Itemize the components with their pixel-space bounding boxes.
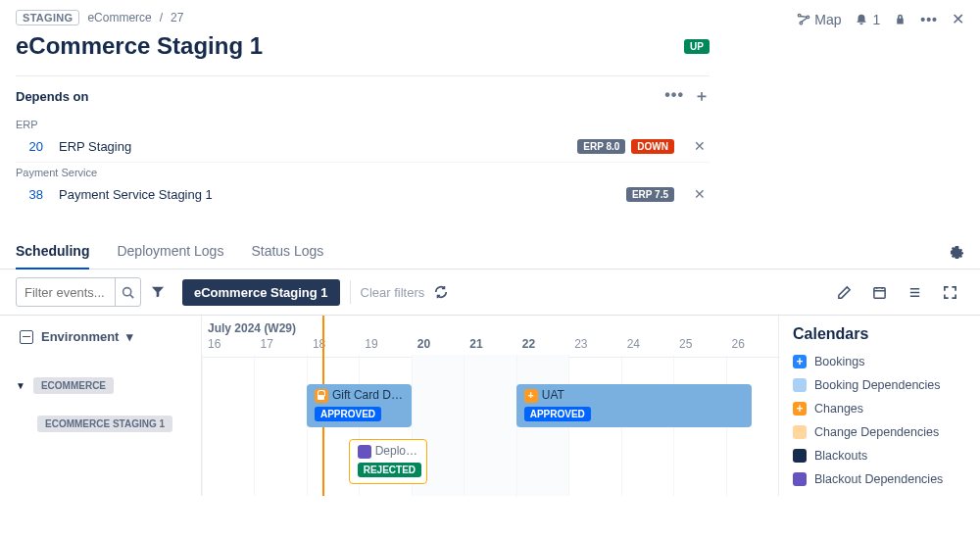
- env-group[interactable]: ECOMMERCE: [33, 377, 114, 394]
- remove-dep-button[interactable]: ✕: [690, 138, 710, 154]
- calendar-color-icon: [793, 425, 807, 439]
- tab-status-logs[interactable]: Status Logs: [251, 235, 323, 269]
- calendar-color-icon: [793, 378, 807, 392]
- event-uat[interactable]: +UATAPPROVED: [516, 384, 753, 427]
- dep-tag: ERP 7.5: [626, 187, 674, 202]
- calendar-label: Changes: [814, 402, 863, 416]
- event-status: APPROVED: [315, 407, 381, 421]
- calendar-item[interactable]: Blackout Dependencies: [793, 472, 960, 486]
- remove-dep-button[interactable]: ✕: [690, 186, 710, 202]
- edit-button[interactable]: [837, 285, 858, 300]
- group-toggle[interactable]: ▼: [16, 380, 25, 391]
- collapse-icon[interactable]: [20, 330, 33, 344]
- notifications-button[interactable]: 1: [855, 12, 880, 27]
- map-label: Map: [814, 12, 841, 27]
- dep-name[interactable]: ERP Staging: [59, 139, 562, 154]
- dependency-row[interactable]: 38Payment Service Staging 1ERP 7.5✕: [16, 178, 710, 210]
- filter-chip[interactable]: eCommerce Staging 1: [182, 279, 340, 306]
- map-icon: [797, 13, 810, 26]
- page-title: eCommerce Staging 1: [16, 32, 263, 60]
- refresh-button[interactable]: [434, 285, 456, 299]
- event-title: Gift Card Demo: [332, 388, 404, 402]
- chevron-down-icon[interactable]: ▾: [126, 329, 133, 344]
- fullscreen-button[interactable]: [943, 285, 964, 300]
- svg-point-3: [123, 287, 131, 295]
- clear-filters: Clear filters: [361, 285, 425, 300]
- depends-on-title: Depends on: [16, 89, 88, 104]
- search-button[interactable]: [115, 278, 140, 306]
- calendar-item[interactable]: +Bookings: [793, 355, 960, 368]
- event-status: REJECTED: [358, 463, 421, 477]
- calendar-item[interactable]: Change Dependencies: [793, 425, 960, 439]
- event-deployment[interactable]: DeploymentREJECTED: [349, 439, 427, 484]
- day-header: 26: [726, 337, 778, 357]
- depends-more-button[interactable]: •••: [664, 86, 684, 107]
- more-button[interactable]: •••: [920, 12, 938, 27]
- day-header: 22: [516, 337, 568, 357]
- day-header: 21: [464, 337, 515, 357]
- calendar-icon: [872, 285, 887, 300]
- event-title: UAT: [542, 388, 564, 402]
- breadcrumb-parent[interactable]: eCommerce: [87, 11, 151, 24]
- day-header: 25: [673, 337, 725, 357]
- staging-badge: STAGING: [16, 10, 79, 25]
- search-icon: [122, 286, 134, 299]
- filter-icon: [151, 285, 165, 299]
- dep-id[interactable]: 20: [16, 139, 43, 154]
- dep-group-label: Payment Service: [16, 167, 710, 178]
- calendar-item[interactable]: +Changes: [793, 402, 960, 416]
- fullscreen-icon: [943, 285, 957, 300]
- calendar-color-icon: [793, 449, 807, 463]
- dep-tag: DOWN: [631, 139, 674, 154]
- event-status: APPROVED: [524, 407, 591, 421]
- settings-button[interactable]: [950, 245, 964, 260]
- dep-name[interactable]: Payment Service Staging 1: [59, 187, 611, 202]
- lock-icon: [315, 389, 328, 403]
- filter-input[interactable]: [17, 285, 115, 300]
- depends-add-button[interactable]: ＋: [694, 86, 710, 107]
- calendar-item[interactable]: Blackouts: [793, 449, 960, 463]
- day-header: 23: [568, 337, 620, 357]
- bell-icon: [855, 13, 868, 26]
- environment-header[interactable]: Environment: [41, 329, 119, 344]
- change-icon: [358, 445, 371, 459]
- lock-icon: [894, 13, 906, 25]
- calendar-color-icon: +: [793, 402, 807, 416]
- tab-scheduling[interactable]: Scheduling: [16, 235, 89, 269]
- day-header: 20: [412, 337, 464, 357]
- bell-count: 1: [872, 12, 880, 27]
- close-button[interactable]: ✕: [952, 10, 964, 28]
- list-icon: [907, 285, 922, 300]
- calendar-label: Blackouts: [814, 449, 867, 463]
- dep-id[interactable]: 38: [16, 187, 43, 202]
- booking-icon: +: [524, 389, 538, 403]
- list-button[interactable]: [907, 285, 929, 300]
- breadcrumb: STAGING eCommerce / 27: [16, 10, 183, 25]
- tab-deployment-logs[interactable]: Deployment Logs: [117, 235, 223, 269]
- calendars-title: Calendars: [793, 325, 960, 343]
- day-header: 24: [621, 337, 673, 357]
- refresh-icon: [434, 285, 448, 299]
- calendar-label: Booking Dependencies: [814, 378, 941, 392]
- week-label: July 2024 (W29): [208, 321, 296, 335]
- day-header: 17: [254, 337, 306, 357]
- env-child[interactable]: ECOMMERCE STAGING 1: [37, 416, 172, 432]
- lock-button[interactable]: [894, 13, 906, 25]
- calendar-color-icon: [793, 472, 807, 486]
- event-title: Deployment: [375, 444, 418, 458]
- breadcrumb-id[interactable]: 27: [171, 11, 183, 24]
- calendar-item[interactable]: Booking Dependencies: [793, 378, 960, 392]
- svg-rect-4: [874, 287, 885, 297]
- dependency-row[interactable]: 20ERP StagingERP 8.0DOWN✕: [16, 130, 710, 163]
- map-button[interactable]: Map: [797, 12, 841, 27]
- calendar-label: Change Dependencies: [814, 425, 939, 439]
- event-gift-card-demo[interactable]: Gift Card DemoAPPROVED: [307, 384, 412, 427]
- calendar-color-icon: +: [793, 355, 807, 368]
- gear-icon: [950, 245, 964, 260]
- calendar-label: Blackout Dependencies: [814, 472, 943, 486]
- day-header: 19: [359, 337, 411, 357]
- status-badge: UP: [684, 39, 710, 54]
- filter-button[interactable]: [151, 285, 172, 299]
- calendar-button[interactable]: [872, 285, 894, 300]
- dep-group-label: ERP: [16, 119, 710, 130]
